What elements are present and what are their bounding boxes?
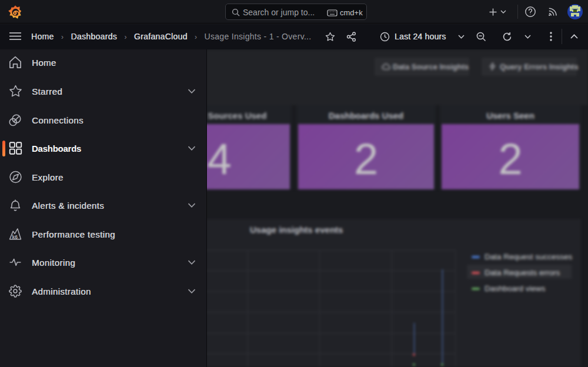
svg-text:k6: k6 <box>12 234 18 240</box>
